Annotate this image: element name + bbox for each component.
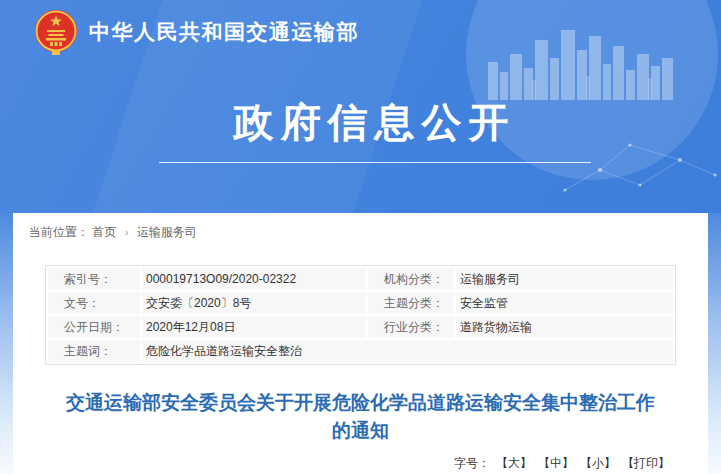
meta-value-pub-date: 2020年12月08日: [142, 316, 366, 338]
national-emblem-icon: [34, 8, 78, 56]
fontsize-toolbar: 字号：【大】【中】【小】【打印】: [51, 455, 670, 471]
breadcrumb-prefix: 当前位置：: [29, 225, 89, 239]
meta-value-keywords: 危险化学品道路运输安全整治: [142, 340, 673, 362]
meta-label-doc-no: 文号：: [48, 292, 140, 314]
document-title: 交通运输部安全委员会关于开展危险化学品道路运输安全集中整治工作的通知: [57, 389, 664, 445]
meta-label-industry: 行业分类：: [368, 316, 454, 338]
meta-value-topic-class: 安全监管: [456, 292, 673, 314]
breadcrumb-section-link[interactable]: 运输服务司: [137, 225, 197, 239]
meta-value-index-no: 000019713O09/2020-02322: [142, 268, 366, 290]
brand: 中华人民共和国交通运输部: [34, 8, 359, 56]
fontsize-label: 字号：: [454, 456, 490, 470]
meta-value-doc-no: 交安委〔2020〕8号: [142, 292, 366, 314]
page: 中华人民共和国交通运输部 政府信息公开 当前位置： 首页 › 运输服务司 索引号…: [0, 0, 721, 474]
fontsize-medium-button[interactable]: 【中】: [538, 456, 574, 470]
meta-label-pub-date: 公开日期：: [48, 316, 140, 338]
meta-label-keywords: 主题词：: [48, 340, 140, 362]
metadata-table: 索引号： 000019713O09/2020-02322 机构分类： 运输服务司…: [45, 265, 676, 365]
meta-label-index-no: 索引号：: [48, 268, 140, 290]
meta-label-org-class: 机构分类：: [368, 268, 454, 290]
print-button[interactable]: 【打印】: [622, 456, 670, 470]
breadcrumb-separator: ›: [125, 226, 129, 238]
fontsize-large-button[interactable]: 【大】: [496, 456, 532, 470]
site-name: 中华人民共和国交通运输部: [89, 18, 359, 46]
meta-value-org-class: 运输服务司: [456, 268, 673, 290]
breadcrumb: 当前位置： 首页 › 运输服务司: [13, 213, 708, 251]
meta-label-topic-class: 主题分类：: [368, 292, 454, 314]
fontsize-small-button[interactable]: 【小】: [580, 456, 616, 470]
banner: 中华人民共和国交通运输部 政府信息公开: [0, 0, 721, 213]
content-panel: 当前位置： 首页 › 运输服务司 索引号： 000019713O09/2020-…: [13, 213, 708, 474]
meta-value-industry: 道路货物运输: [456, 316, 673, 338]
breadcrumb-home-link[interactable]: 首页: [92, 225, 116, 239]
title-underline: [159, 162, 591, 163]
page-title: 政府信息公开: [234, 95, 516, 150]
city-skyline-graphic: [488, 28, 678, 100]
